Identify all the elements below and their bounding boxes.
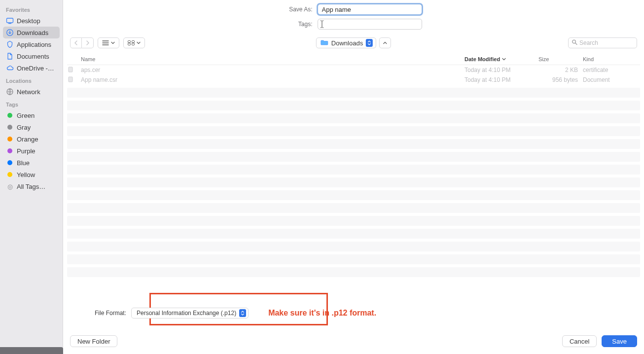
svg-rect-3	[128, 41, 131, 43]
sidebar-tag-item[interactable]: Purple	[3, 145, 60, 157]
chevron-right-icon	[86, 40, 90, 45]
svg-rect-5	[128, 43, 131, 45]
file-modified: Today at 4:10 PM	[465, 67, 538, 73]
svg-rect-4	[132, 41, 135, 43]
sidebar-item-documents[interactable]: Documents	[3, 50, 60, 62]
file-size: 2 KB	[538, 67, 583, 73]
empty-row	[67, 88, 640, 98]
nav-back-button[interactable]	[70, 37, 82, 48]
sidebar-tag-item[interactable]: Green	[3, 109, 60, 121]
sidebar-item-label: All Tags…	[17, 183, 45, 190]
sidebar-item-label: Orange	[17, 136, 38, 143]
sidebar-tag-item[interactable]: Gray	[3, 121, 60, 133]
file-name: App name.csr	[81, 76, 465, 83]
tag-dot-icon	[6, 159, 14, 167]
svg-rect-8	[69, 67, 72, 72]
chevron-down-icon	[502, 57, 506, 61]
downloads-icon	[6, 29, 14, 36]
all-tags-icon	[6, 182, 14, 190]
updown-stepper-icon	[239, 309, 246, 317]
empty-row	[67, 267, 640, 277]
dock-stub	[0, 347, 63, 354]
column-name[interactable]: Name	[81, 56, 465, 62]
view-grid-button[interactable]	[123, 37, 145, 48]
new-folder-button[interactable]: New Folder	[70, 335, 117, 347]
empty-row	[67, 229, 640, 239]
svg-point-7	[572, 40, 576, 43]
file-kind: certificate	[583, 67, 637, 73]
sidebar-tag-item[interactable]: Orange	[3, 133, 60, 145]
empty-row	[67, 177, 640, 187]
cloud-icon	[6, 64, 14, 72]
grid-icon	[128, 40, 135, 45]
applications-icon	[6, 40, 14, 48]
file-browser: Name Date Modified Size Kind aps.cerToda…	[63, 53, 644, 290]
sidebar-item-downloads[interactable]: Downloads	[3, 27, 60, 38]
save-as-input[interactable]	[318, 4, 422, 15]
search-field[interactable]	[568, 37, 637, 48]
view-list-button[interactable]	[98, 37, 119, 48]
empty-row	[67, 152, 640, 162]
column-kind[interactable]: Kind	[583, 56, 637, 62]
file-icon	[67, 66, 81, 74]
tags-label: Tags:	[286, 21, 313, 28]
file-row[interactable]: aps.cerToday at 4:10 PM2 KBcertificate	[67, 65, 640, 75]
svg-rect-0	[7, 18, 13, 23]
file-format-label: File Format:	[95, 310, 126, 317]
sidebar-item-network[interactable]: Network	[3, 86, 60, 98]
sidebar-item-applications[interactable]: Applications	[3, 38, 60, 50]
tag-dot-icon	[6, 147, 14, 155]
location-selector[interactable]: Downloads	[316, 37, 391, 48]
tag-dot-icon	[6, 171, 14, 178]
sidebar-section-locations: Locations	[3, 74, 60, 86]
updown-stepper-icon	[366, 39, 373, 47]
file-format-block: File Format: Personal Information Exchan…	[63, 290, 644, 333]
tags-input[interactable]	[318, 19, 422, 30]
file-kind: Document	[583, 76, 637, 83]
empty-row	[67, 203, 640, 213]
finder-sidebar: Favorites Desktop Downloads Applications…	[0, 0, 63, 354]
toolbar: Downloads	[63, 35, 644, 53]
save-button[interactable]: Save	[602, 335, 637, 347]
sidebar-tag-item[interactable]: Yellow	[3, 169, 60, 180]
column-size[interactable]: Size	[538, 56, 583, 62]
search-icon	[572, 39, 577, 47]
sidebar-item-label: Applications	[17, 41, 51, 48]
nav-forward-button[interactable]	[82, 37, 94, 48]
sidebar-item-all-tags[interactable]: All Tags…	[3, 180, 60, 192]
column-date-modified[interactable]: Date Modified	[465, 56, 538, 62]
empty-row	[67, 126, 640, 136]
sidebar-section-favorites: Favorites	[3, 3, 60, 15]
chevron-down-icon	[111, 41, 115, 45]
location-label: Downloads	[331, 39, 363, 47]
save-dialog-main: Save As: Tags:	[63, 0, 644, 354]
file-format-select[interactable]: Personal Information Exchange (.p12)	[131, 308, 249, 319]
file-icon	[67, 76, 81, 84]
file-size: 956 bytes	[538, 76, 583, 83]
network-icon	[6, 88, 14, 96]
empty-row	[67, 139, 640, 149]
sidebar-item-label: Green	[17, 112, 35, 119]
collapse-button[interactable]	[379, 37, 391, 48]
cancel-button[interactable]: Cancel	[562, 335, 597, 347]
file-name: aps.cer	[81, 67, 465, 73]
folder-icon	[321, 39, 328, 47]
save-as-label: Save As:	[286, 6, 313, 13]
file-row[interactable]: App name.csrToday at 4:10 PM956 bytesDoc…	[67, 75, 640, 85]
tag-dot-icon	[6, 123, 14, 131]
empty-row	[67, 165, 640, 175]
sidebar-item-desktop[interactable]: Desktop	[3, 15, 60, 27]
search-input[interactable]	[568, 37, 637, 48]
sidebar-tag-item[interactable]: Blue	[3, 157, 60, 169]
documents-icon	[6, 52, 14, 60]
column-headers: Name Date Modified Size Kind	[67, 53, 640, 65]
desktop-icon	[6, 17, 14, 25]
bottom-bar: New Folder Cancel Save	[63, 333, 644, 354]
empty-row	[67, 113, 640, 123]
sidebar-item-label: Network	[17, 88, 40, 96]
chevron-down-icon	[137, 41, 141, 45]
sidebar-item-onedrive[interactable]: OneDrive -…	[3, 62, 60, 74]
tag-dot-icon	[6, 111, 14, 119]
sidebar-item-label: Yellow	[17, 171, 35, 178]
sidebar-item-label: Purple	[17, 147, 36, 155]
